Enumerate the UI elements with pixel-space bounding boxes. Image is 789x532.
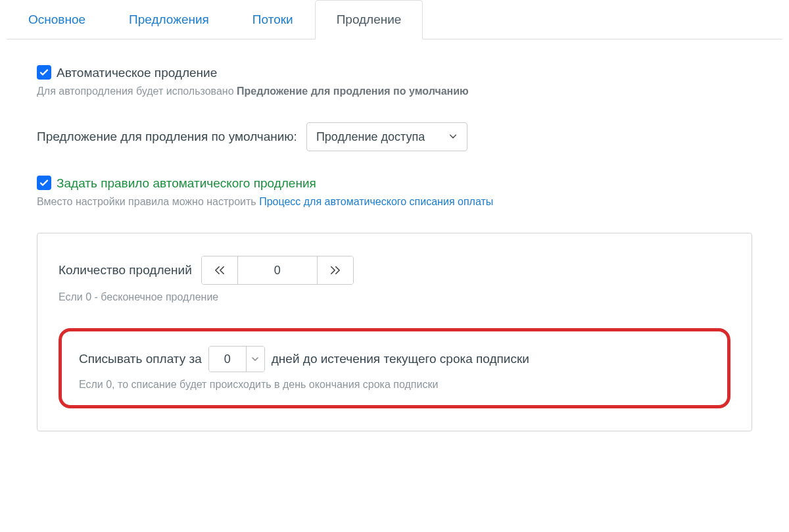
chevron-down-icon bbox=[448, 130, 458, 144]
tabs: Основное Предложения Потоки Продление bbox=[7, 0, 782, 39]
check-icon bbox=[39, 178, 49, 188]
set-rule-help-prefix: Вместо настройки правила можно настроить bbox=[37, 196, 259, 207]
check-icon bbox=[39, 67, 49, 78]
tab-renewal[interactable]: Продление bbox=[315, 0, 423, 39]
default-offer-group: Предложение для продления по умолчанию: … bbox=[37, 122, 752, 151]
auto-renew-label: Автоматическое продление bbox=[57, 66, 217, 80]
rule-panel: Количество продлений Если 0 - бесконечно… bbox=[37, 233, 752, 431]
set-rule-group: Задать правило автоматического продления… bbox=[37, 176, 752, 208]
renewals-count-help: Если 0 - бесконечное продление bbox=[59, 291, 730, 303]
tab-offers[interactable]: Предложения bbox=[107, 0, 231, 39]
charge-before-help: Если 0, то списание будет происходить в … bbox=[79, 379, 710, 391]
double-chevron-right-icon bbox=[329, 266, 341, 275]
default-offer-label: Предложение для продления по умолчанию: bbox=[37, 130, 297, 144]
tab-streams[interactable]: Потоки bbox=[231, 0, 315, 39]
tab-general[interactable]: Основное bbox=[7, 0, 107, 39]
charge-before-group: Списывать оплату за дней до истечения те… bbox=[79, 346, 710, 391]
tab-content: Автоматическое продление Для автопродлен… bbox=[0, 39, 789, 431]
default-offer-select[interactable]: Продление доступа bbox=[306, 122, 467, 151]
auto-renew-group: Автоматическое продление Для автопродлен… bbox=[37, 66, 752, 97]
set-rule-help: Вместо настройки правила можно настроить… bbox=[37, 196, 752, 208]
double-chevron-left-icon bbox=[214, 266, 226, 275]
charge-before-suffix: дней до истечения текущего срока подписк… bbox=[272, 352, 529, 366]
renewals-count-stepper bbox=[201, 256, 354, 285]
stepper-increment-button[interactable] bbox=[318, 256, 353, 284]
renewals-count-group: Количество продлений Если 0 - бесконечно… bbox=[59, 256, 730, 303]
auto-renew-checkbox[interactable] bbox=[37, 65, 51, 80]
auto-renew-help-bold: Предложение для продления по умолчанию bbox=[237, 85, 469, 97]
charge-before-prefix: Списывать оплату за bbox=[79, 352, 202, 366]
renewals-count-label: Количество продлений bbox=[59, 263, 192, 278]
charge-before-input[interactable] bbox=[209, 347, 246, 372]
charge-before-spinner bbox=[208, 346, 265, 372]
auto-charge-process-link[interactable]: Процесс для автоматического списания опл… bbox=[259, 196, 493, 207]
set-rule-checkbox[interactable] bbox=[37, 176, 51, 190]
auto-renew-help: Для автопродления будет использовано Пре… bbox=[37, 85, 752, 97]
stepper-decrement-button[interactable] bbox=[202, 256, 237, 284]
default-offer-value: Продление доступа bbox=[316, 130, 425, 144]
caret-down-icon bbox=[252, 356, 258, 362]
set-rule-label: Задать правило автоматического продления bbox=[57, 176, 316, 191]
auto-renew-help-prefix: Для автопродления будет использовано bbox=[37, 85, 237, 97]
charge-before-highlight: Списывать оплату за дней до истечения те… bbox=[59, 328, 730, 408]
renewals-count-input[interactable] bbox=[238, 256, 317, 284]
spinner-toggle-button[interactable] bbox=[246, 347, 264, 372]
